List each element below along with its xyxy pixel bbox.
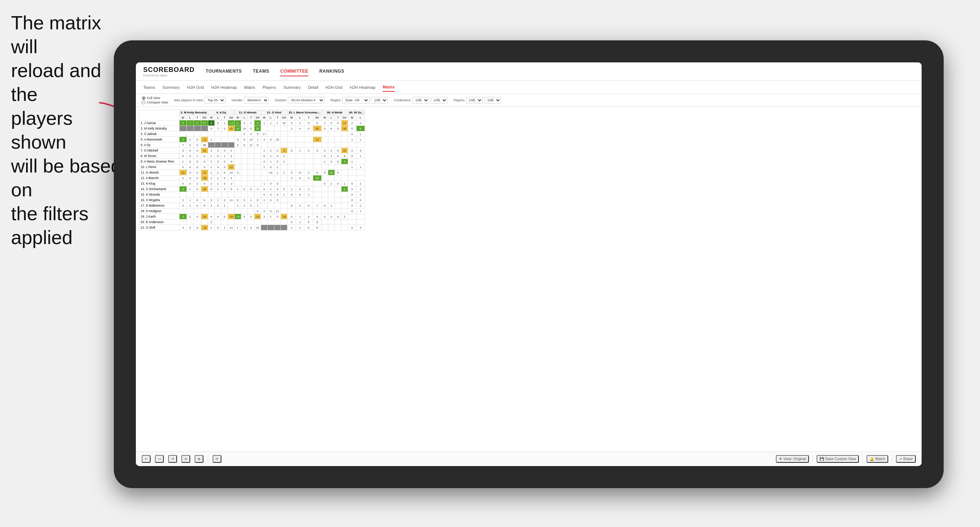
wlt-schumac-dif: Dif (313, 115, 321, 121)
undo-button[interactable]: ↩ (142, 455, 151, 463)
max-players-label: Max players in view (174, 98, 203, 102)
region-select[interactable]: East - DII West - DII South - DII (342, 97, 369, 103)
region-filter: Region East - DII West - DII South - DII… (331, 97, 388, 103)
table-row: 15. H Stranda (139, 192, 365, 197)
gender-filter: Gender Women's Men's (231, 97, 269, 103)
table-row: 3. S Jelinek 0 2 0 (139, 132, 365, 137)
player-mulcahy: 2. M Kelly Mulcahy (139, 126, 180, 132)
subnav-h2hheatmap2[interactable]: H2H Heatmap (350, 83, 375, 91)
table-row: 16. X Mcgaha 2 1 0 0 3 1 0 11 0 0 1 (139, 197, 365, 203)
matrix-container: 2. M Kelly Mulcahy 6. A Dy 11. G Woods 2… (136, 107, 922, 233)
player-perini: 10. L Perini (139, 164, 180, 170)
region-sub-select[interactable]: (All) (371, 97, 388, 103)
max-players-filter: Max players in view Top 25 Top 10 Top 50 (174, 97, 226, 103)
wlt-webb-t: T (334, 115, 341, 121)
wlt-schumac-t: T (304, 115, 313, 121)
wlt-schumac-w: W (288, 115, 296, 121)
subnav-detail[interactable]: Detail (308, 83, 318, 91)
view-options: Full View Compact View (142, 96, 168, 104)
view-full-option[interactable]: Full View (142, 96, 168, 100)
compact-view-radio[interactable] (142, 100, 145, 104)
wlt-schumac-l: L (296, 115, 304, 121)
subnav-teams[interactable]: Teams (143, 83, 155, 91)
redo-button[interactable]: ↪ (155, 455, 164, 463)
conference-filter: Conference (All) (All) (394, 97, 448, 103)
logo-scoreboard: SCOREBOARD (143, 66, 195, 73)
gender-label: Gender (231, 98, 242, 102)
subnav-h2hgrid2[interactable]: H2H Grid (326, 83, 342, 91)
table-row: 5. A Nomrowski 3 1 0 -11 1 0 0 14 (139, 137, 365, 142)
table-row: 11. G Woods 10 0 0 14 1 1 0 10 3 (139, 170, 365, 175)
nav-teams[interactable]: TEAMS (253, 67, 269, 76)
subnav-summary1[interactable]: Summary (162, 83, 180, 91)
wlt-stoll-t: T (274, 115, 281, 121)
wlt-woods-dif: Dif (255, 115, 261, 121)
table-row: 20. E Andersson 2 (139, 219, 365, 225)
player-mitchell: 7. O Mitchell (139, 148, 180, 153)
full-view-radio[interactable] (142, 96, 145, 100)
wlt-stoll-w: W (261, 115, 268, 121)
table-row: 2. M Kelly Mulcahy 0 7 0 40 10 10 0 (139, 126, 365, 132)
wlt-mulcahy-t: T (194, 115, 201, 121)
table-row: 10. L Perini 0 0 0 3 1 4 0 11 (139, 164, 365, 170)
col-header-za: 60. W Za... (348, 110, 364, 115)
logo-area: SCOREBOARD Powered by clippd (143, 66, 195, 77)
wlt-stoll-l: L (268, 115, 274, 121)
bottom-toolbar: ↩ ↪ ↺ ⊖ ⊕ ⟳ 👁 View: Original 💾 Save Cust… (136, 451, 922, 466)
tablet-device: SCOREBOARD Powered by clippd TOURNAMENTS… (114, 40, 943, 488)
table-row: 18. H Hodgson 0 (139, 208, 365, 214)
player-stranda: 15. H Stranda (139, 192, 180, 197)
player-mcgaha: 16. X Mcgaha (139, 197, 180, 203)
player-bianchi: 12. A Bianchi (139, 175, 180, 181)
table-row: 21. O Stoll 4 0 0 -19 1 0 1 14 1 3 0 (139, 225, 365, 230)
table-row: 13. N Klug 0 0 1 0 1 1 0 -2 (139, 181, 365, 186)
main-content[interactable]: 2. M Kelly Mulcahy 6. A Dy 11. G Woods 2… (136, 107, 922, 451)
share-button[interactable]: ↗ Share (896, 455, 916, 463)
refresh-button[interactable]: ↺ (168, 455, 177, 463)
conference-sub-select[interactable]: (All) (431, 97, 448, 103)
division-select[interactable]: NCAA Division II NCAA Division I NCAA Di… (288, 97, 325, 103)
subnav-matrix2[interactable]: Matrix (383, 83, 395, 92)
conference-select[interactable]: (All) (412, 97, 429, 103)
conference-label: Conference (394, 98, 411, 102)
max-players-select[interactable]: Top 25 Top 10 Top 50 (204, 97, 226, 103)
col-header-ady: 6. A Dy (208, 110, 235, 115)
player-karrh: 19. J Karrh (139, 214, 180, 219)
subnav-players[interactable]: Players (262, 83, 276, 91)
wlt-webb-l: L (328, 115, 334, 121)
zoom-out-button[interactable]: ⊖ (181, 455, 190, 463)
player-ballesteros: 17. D Ballesteros (139, 203, 180, 208)
matrix-table: 2. M Kelly Mulcahy 6. A Dy 11. G Woods 2… (139, 110, 365, 230)
players-select[interactable]: (All) (466, 97, 483, 103)
wlt-ady-t: T (221, 115, 228, 121)
subnav-h2hheatmap1[interactable]: H2H Heatmap (211, 83, 237, 91)
gender-select[interactable]: Women's Men's (244, 97, 269, 103)
wlt-za-l: L (356, 115, 364, 121)
division-label: Division (275, 98, 286, 102)
division-filter: Division NCAA Division II NCAA Division … (275, 97, 325, 103)
view-compact-option[interactable]: Compact View (142, 100, 168, 104)
view-original-button[interactable]: 👁 View: Original (776, 455, 809, 463)
nav-links: TOURNAMENTS TEAMS COMMITTEE RANKINGS (205, 67, 344, 76)
col-header-schumac: 23. L Marie Schumac... (288, 110, 321, 115)
watch-button[interactable]: 🔔 Watch (867, 455, 888, 463)
table-row: 19. J Karrh 3 1 0 18 4 0 0 -20 13 0 0 (139, 214, 365, 219)
subnav-h2hgrid1[interactable]: H2H Grid (187, 83, 204, 91)
nav-committee[interactable]: COMMITTEE (280, 67, 309, 76)
table-row: 9. A Maria Jimenez Rios 1 0 0 6 1 0 0 -9 (139, 159, 365, 164)
nav-rankings[interactable]: RANKINGS (320, 67, 344, 76)
col-header-stoll: 21. O Stoll (261, 110, 288, 115)
subnav-summary2[interactable]: Summary (283, 83, 301, 91)
zoom-in-button[interactable]: ⊕ (195, 455, 204, 463)
nav-tournaments[interactable]: TOURNAMENTS (205, 67, 242, 76)
wlt-za-w: W (348, 115, 356, 121)
reset-button[interactable]: ⟳ (213, 455, 221, 463)
table-row: 1. J Garcia 3 1 0 27 3 0 1 -11 4 0 1 (139, 121, 365, 126)
subnav-matrix1[interactable]: Matrix (244, 83, 255, 91)
players-sub-select[interactable]: (All) (484, 97, 501, 103)
share-icon: ↗ (899, 457, 902, 461)
save-custom-view-button[interactable]: 💾 Save Custom View (817, 455, 859, 463)
wlt-stoll-dif: Dif (281, 115, 288, 121)
wlt-woods-l: L (241, 115, 248, 121)
toolbar-separator-2 (813, 456, 813, 463)
